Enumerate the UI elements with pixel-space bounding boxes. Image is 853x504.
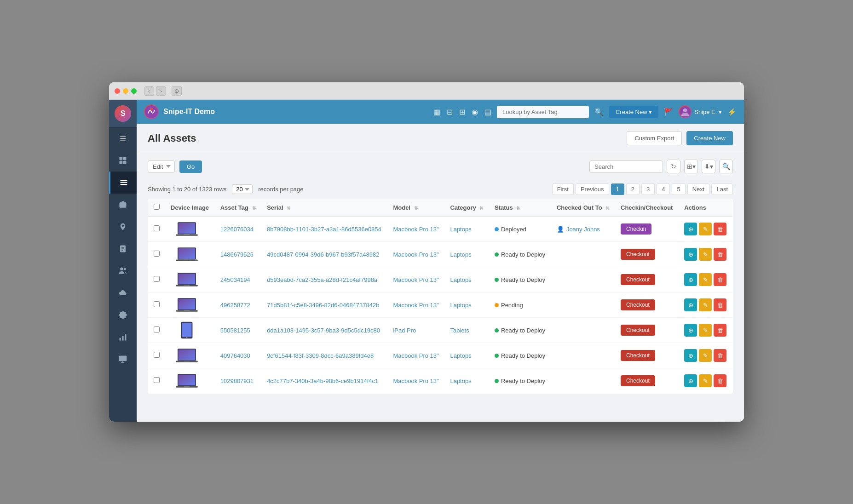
table-search-input[interactable] <box>589 160 663 173</box>
serial-link[interactable]: 8b7908bb-1101-3b27-a3a1-86d5536e0854 <box>267 226 381 233</box>
navbar-user-menu[interactable]: Snipe E. ▾ <box>679 105 722 118</box>
serial-link[interactable]: 49cd0487-0994-39d6-b967-b93f57a48982 <box>267 251 379 258</box>
row-checkbox[interactable] <box>154 301 160 307</box>
sidebar-item-licenses[interactable] <box>109 238 137 260</box>
select-all-checkbox[interactable] <box>154 204 160 210</box>
bulk-action-select[interactable]: Edit <box>148 160 175 173</box>
pagination-page-3[interactable]: 3 <box>641 183 655 195</box>
category-link[interactable]: Laptops <box>450 276 471 283</box>
asset-tag-search-input[interactable] <box>497 106 589 118</box>
edit-button[interactable]: ✎ <box>699 349 712 362</box>
clone-button[interactable]: ⊕ <box>684 324 697 337</box>
sidebar-item-settings[interactable] <box>109 304 137 326</box>
pagination-last[interactable]: Last <box>711 183 733 195</box>
close-button[interactable] <box>115 88 120 94</box>
minimize-button[interactable] <box>123 88 128 94</box>
sidebar-item-users[interactable] <box>109 260 137 282</box>
column-toggle-button[interactable]: ⊞▾ <box>684 160 698 173</box>
sidebar-item-dashboard[interactable] <box>109 149 137 172</box>
clone-button[interactable]: ⊕ <box>684 374 697 387</box>
forward-button[interactable]: › <box>156 86 166 96</box>
asset-tag-link[interactable]: 1226076034 <box>220 226 254 233</box>
edit-button[interactable]: ✎ <box>699 273 712 286</box>
pagination-next[interactable]: Next <box>687 183 710 195</box>
row-checkbox[interactable] <box>154 352 160 358</box>
custom-export-button[interactable]: Custom Export <box>627 131 682 145</box>
edit-button[interactable]: ✎ <box>699 248 712 261</box>
serial-link[interactable]: d593eabd-7ca2-355a-a28d-f21c4af7998a <box>267 276 377 283</box>
serial-link[interactable]: 4c2c77b7-340b-3a4b-98b6-ce9b1914f4c1 <box>267 378 378 384</box>
checkout-button[interactable]: Checkout <box>621 249 655 260</box>
clone-button[interactable]: ⊕ <box>684 273 697 286</box>
create-new-button[interactable]: Create New <box>686 131 733 145</box>
pagination-page-4[interactable]: 4 <box>657 183 670 195</box>
category-link[interactable]: Tablets <box>450 327 469 334</box>
per-page-select[interactable]: 20 <box>232 184 253 194</box>
asset-tag-link[interactable]: 1486679526 <box>220 251 254 258</box>
edit-button[interactable]: ✎ <box>699 223 712 235</box>
model-link[interactable]: iPad Pro <box>393 327 416 334</box>
model-link[interactable]: Macbook Pro 13" <box>393 226 438 233</box>
clone-button[interactable]: ⊕ <box>684 298 697 311</box>
col-checked-out-to[interactable]: Checked Out To ⇅ <box>551 199 615 217</box>
category-link[interactable]: Laptops <box>450 302 471 309</box>
col-model[interactable]: Model ⇅ <box>387 199 444 217</box>
row-checkbox[interactable] <box>154 326 160 332</box>
pagination-page-2[interactable]: 2 <box>626 183 640 195</box>
checkin-button[interactable]: Checkin <box>621 223 651 235</box>
sidebar-item-reports[interactable] <box>109 326 137 348</box>
col-category[interactable]: Category ⇅ <box>444 199 489 217</box>
sidebar-item-assets[interactable] <box>109 172 137 194</box>
edit-button[interactable]: ✎ <box>699 298 712 311</box>
pagination-previous[interactable]: Previous <box>576 183 609 195</box>
clone-button[interactable]: ⊕ <box>684 223 697 235</box>
category-link[interactable]: Laptops <box>450 226 471 233</box>
edit-button[interactable]: ✎ <box>699 374 712 387</box>
pagination-first[interactable]: First <box>552 183 574 195</box>
asset-tag-link[interactable]: 409764030 <box>220 352 250 359</box>
navbar-share-icon[interactable]: ⚡ <box>727 108 737 116</box>
delete-button[interactable]: 🗑 <box>714 273 726 286</box>
checked-out-to-link[interactable]: 👤Joany Johns <box>557 226 610 233</box>
checkout-button[interactable]: Checkout <box>621 299 655 310</box>
nav-icon-drop[interactable]: ◉ <box>472 108 478 116</box>
sidebar-item-accessories[interactable] <box>109 194 137 216</box>
category-link[interactable]: Laptops <box>450 378 471 384</box>
model-link[interactable]: Macbook Pro 13" <box>393 302 438 309</box>
delete-button[interactable]: 🗑 <box>714 223 726 235</box>
asset-tag-link[interactable]: 550581255 <box>220 327 250 334</box>
delete-button[interactable]: 🗑 <box>714 248 726 261</box>
col-asset-tag[interactable]: Asset Tag ⇅ <box>215 199 261 217</box>
checkout-button[interactable]: Checkout <box>621 375 655 386</box>
nav-icon-barcode[interactable]: ⊟ <box>447 108 453 116</box>
back-button[interactable]: ‹ <box>144 86 154 96</box>
navbar-create-new-button[interactable]: Create New ▾ <box>609 106 658 118</box>
sidebar-item-menu[interactable]: ☰ <box>109 127 137 149</box>
maximize-button[interactable] <box>131 88 137 94</box>
download-button[interactable]: ⊙ <box>172 86 182 96</box>
model-link[interactable]: Macbook Pro 13" <box>393 276 438 283</box>
row-checkbox[interactable] <box>154 377 160 383</box>
col-serial[interactable]: Serial ⇅ <box>261 199 387 217</box>
export-button[interactable]: ⬇▾ <box>702 160 715 173</box>
category-link[interactable]: Laptops <box>450 352 471 359</box>
delete-button[interactable]: 🗑 <box>714 324 726 337</box>
go-button[interactable]: Go <box>179 160 202 173</box>
serial-link[interactable]: dda1a103-1495-3c57-9ba3-9d5c5dc19c80 <box>267 327 380 334</box>
asset-tag-search-button[interactable]: 🔍 <box>594 108 604 116</box>
model-link[interactable]: Macbook Pro 13" <box>393 378 438 384</box>
nav-icon-display[interactable]: ⊞ <box>459 108 465 116</box>
model-link[interactable]: Macbook Pro 13" <box>393 251 438 258</box>
delete-button[interactable]: 🗑 <box>714 298 726 311</box>
delete-button[interactable]: 🗑 <box>714 349 726 362</box>
sidebar-item-cloud[interactable] <box>109 282 137 304</box>
checkout-button[interactable]: Checkout <box>621 350 655 361</box>
delete-button[interactable]: 🗑 <box>714 374 726 387</box>
model-link[interactable]: Macbook Pro 13" <box>393 352 438 359</box>
asset-tag-link[interactable]: 1029807931 <box>220 378 254 384</box>
sidebar-item-monitor[interactable] <box>109 348 137 370</box>
col-status[interactable]: Status ⇅ <box>489 199 551 217</box>
checkout-button[interactable]: Checkout <box>621 325 655 336</box>
pagination-page-1[interactable]: 1 <box>611 183 624 195</box>
search-toggle-button[interactable]: 🔍 <box>719 160 733 173</box>
